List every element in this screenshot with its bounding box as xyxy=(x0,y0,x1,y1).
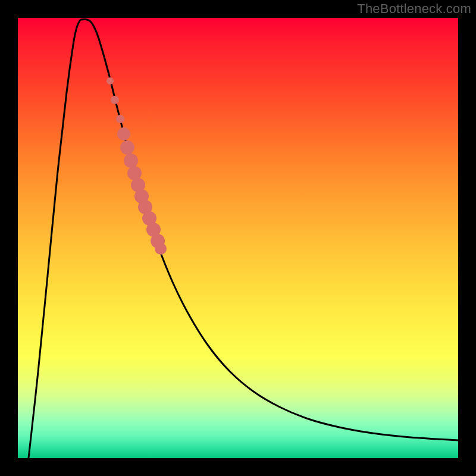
curve-layer xyxy=(18,18,458,458)
bottleneck-curve xyxy=(29,20,458,458)
plot-area xyxy=(18,18,458,458)
watermark-text: TheBottleneck.com xyxy=(357,1,471,17)
highlight-dot xyxy=(155,243,167,255)
highlight-dot xyxy=(117,127,130,140)
highlight-dot xyxy=(111,96,119,104)
chart-frame: TheBottleneck.com xyxy=(0,0,476,476)
highlight-dots xyxy=(107,77,167,255)
highlight-dot xyxy=(120,140,134,155)
highlight-dot xyxy=(116,115,124,123)
highlight-dot xyxy=(107,77,114,84)
highlight-dot xyxy=(124,154,138,168)
